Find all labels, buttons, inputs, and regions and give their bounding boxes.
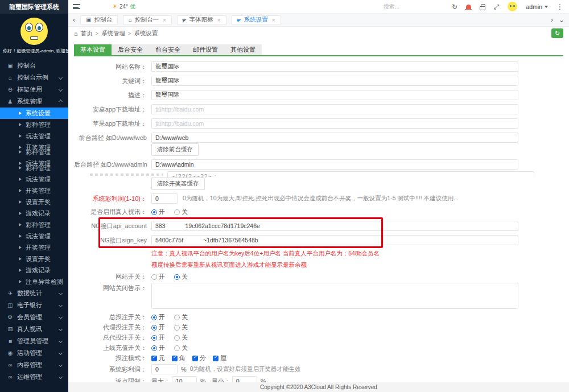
sidebar-item-console-demo[interactable]: ⌂ 控制台示例 — [0, 72, 68, 84]
sidebar-item-admins[interactable]: ■管理员管理 — [0, 335, 68, 347]
radio-on[interactable]: 开 — [151, 208, 165, 216]
minus-circle-icon: ⊖ — [7, 86, 14, 93]
arrow-icon — [19, 234, 22, 238]
sidebar-subitem[interactable]: 设置开奖 — [0, 253, 68, 265]
checkbox-yuan[interactable]: 元 — [151, 354, 165, 362]
sidebar-item-content[interactable]: ∞内容管理 — [0, 359, 68, 371]
radio-on[interactable]: 开 — [151, 323, 165, 332]
front-path-input[interactable] — [151, 133, 518, 143]
radio-off[interactable]: 关 — [174, 273, 188, 281]
ng-api-account-label: NG接口api_account — [74, 222, 147, 230]
total-bet-label: 总投注开关： — [74, 313, 147, 321]
tab-basic-settings[interactable]: 基本设置 — [74, 44, 112, 55]
checkbox-li[interactable]: 厘 — [213, 354, 226, 362]
clear-lottery-cache-button[interactable]: 清除开奖器缓存 — [151, 178, 205, 190]
tab-console-one[interactable]: ⌂ 控制台一 × — [123, 15, 172, 25]
tab-scroll-left-icon[interactable]: ‹ — [73, 16, 75, 23]
admin-path-input[interactable] — [151, 159, 518, 170]
bell-icon[interactable] — [466, 5, 471, 9]
tab-other-settings[interactable]: 其他设置 — [224, 44, 262, 55]
refresh-page-button[interactable]: ↻ — [551, 28, 563, 38]
close-icon[interactable]: × — [163, 17, 166, 23]
sidebar-item-ebank[interactable]: ◫电子银行 — [0, 299, 68, 311]
tab-mail-settings[interactable]: 邮件设置 — [187, 44, 224, 55]
close-notice-textarea[interactable] — [151, 283, 518, 309]
sidebar-item-members[interactable]: ⚙会员管理 — [0, 311, 68, 323]
tab-backend-security[interactable]: 后台安全 — [112, 44, 149, 55]
radio-off[interactable]: 关 — [174, 313, 188, 321]
sys-profit-input[interactable] — [151, 364, 178, 374]
description-input[interactable] — [151, 90, 518, 100]
arrow-icon — [19, 150, 22, 154]
tab-system-settings[interactable]: 系统设置 × — [232, 15, 281, 25]
chevron-down-icon — [59, 351, 63, 355]
fullscreen-icon[interactable]: ⤢ — [494, 3, 500, 10]
radio-on[interactable]: 开 — [151, 273, 165, 281]
breadcrumb-section[interactable]: 系统管理 — [101, 30, 125, 38]
sidebar-item-console[interactable]: ▣ 控制台 — [0, 60, 68, 72]
clipped-input[interactable] — [167, 171, 534, 178]
checkbox-jiao[interactable]: 角 — [172, 354, 185, 362]
checkbox-fen[interactable]: 分 — [192, 354, 206, 362]
clear-front-cache-button[interactable]: 清除前台缓存 — [151, 143, 199, 156]
avatar[interactable] — [508, 2, 517, 11]
radio-on[interactable]: 开 — [151, 333, 165, 342]
tab-font-icons[interactable]: 字体图标 × — [177, 15, 226, 25]
sidebar-subitem[interactable]: 彩种管理 — [0, 219, 68, 230]
square-icon: ■ — [7, 338, 14, 344]
search-input[interactable] — [384, 3, 443, 10]
arrow-icon — [19, 162, 22, 165]
sidebar-subitem[interactable]: 彩种管理 — [0, 162, 68, 174]
sidebar-subitem[interactable]: 彩种管理 — [0, 119, 68, 130]
sidebar-item-system-mgmt[interactable]: ♟ 系统管理 — [0, 96, 68, 108]
radio-off[interactable]: 关 — [174, 208, 188, 216]
sidebar-subitem[interactable]: 开奖管理 — [0, 242, 68, 253]
tab-frontend-security[interactable]: 前台安全 — [149, 44, 187, 55]
tab-scroll-right-icon[interactable]: › — [551, 16, 553, 23]
sidebar-subitem[interactable]: 游戏记录 — [0, 208, 68, 219]
sidebar-subitem[interactable]: 玩法管理 — [0, 230, 68, 242]
sidebar-subitem[interactable]: 彩种管理 — [0, 146, 68, 158]
keywords-input[interactable] — [151, 76, 518, 86]
sidebar-item-framework[interactable]: ⊖ 框架使用 — [0, 84, 68, 96]
hamburger-menu-icon[interactable] — [73, 4, 80, 9]
site-name-input[interactable] — [151, 61, 518, 72]
sidebar-subitem[interactable]: 玩法管理 — [0, 130, 68, 142]
more-icon[interactable]: ⋮ — [556, 3, 563, 10]
arrow-icon — [19, 223, 22, 226]
tab-bar: ‹ ▣ 控制台 ⌂ 控制台一 × 字体图标 × 系统设置 × › — [68, 14, 569, 27]
radio-on[interactable]: 开 — [151, 313, 165, 321]
admin-dropdown[interactable]: admin — [526, 3, 548, 10]
tabbar-controls: › ⌄ — [551, 16, 564, 23]
ios-app-input[interactable] — [151, 118, 518, 129]
tab-menu-icon[interactable]: ⌄ — [559, 16, 564, 23]
description-label: 描述： — [74, 91, 147, 100]
sidebar-item-data-stats[interactable]: ✈数据统计 — [0, 287, 68, 299]
sidebar-item-activities[interactable]: ◉活动管理 — [0, 347, 68, 359]
tab-console[interactable]: ▣ 控制台 — [80, 15, 118, 25]
radio-off[interactable]: 关 — [174, 333, 188, 342]
sidebar-subitem-system-settings[interactable]: 系统设置 — [0, 108, 68, 119]
sidebar-subitem[interactable]: 设置开奖 — [0, 196, 68, 208]
sidebar-subitem[interactable]: 开奖管理 — [0, 185, 68, 196]
circle-icon: ◉ — [7, 350, 14, 356]
radio-off[interactable]: 关 — [174, 344, 188, 352]
android-app-input[interactable] — [151, 104, 518, 114]
profit-range-input[interactable] — [151, 193, 178, 204]
breadcrumb-home[interactable]: 首页 — [81, 30, 93, 38]
sidebar-subitem[interactable]: 玩法管理 — [0, 174, 68, 185]
sidebar-item-ops[interactable]: ∞运维管理 — [0, 371, 68, 383]
sidebar-item-live-video[interactable]: ⚄真人视讯 — [0, 323, 68, 335]
temperature: 24° — [119, 3, 128, 10]
radio-off[interactable]: 关 — [174, 323, 188, 332]
close-icon[interactable]: × — [217, 17, 221, 23]
sidebar-subitem[interactable]: 游戏记录 — [0, 265, 68, 276]
clipped-row — [74, 171, 563, 178]
close-icon[interactable]: × — [272, 17, 275, 23]
sidebar-subitem[interactable]: 注单异常检测 — [0, 276, 68, 287]
ng-api-account-input[interactable] — [151, 221, 518, 231]
refresh-icon[interactable]: ↻ — [452, 3, 457, 10]
lock-icon[interactable] — [480, 6, 485, 10]
radio-on[interactable]: 开 — [151, 344, 165, 352]
ng-sign-key-input[interactable] — [151, 235, 518, 245]
